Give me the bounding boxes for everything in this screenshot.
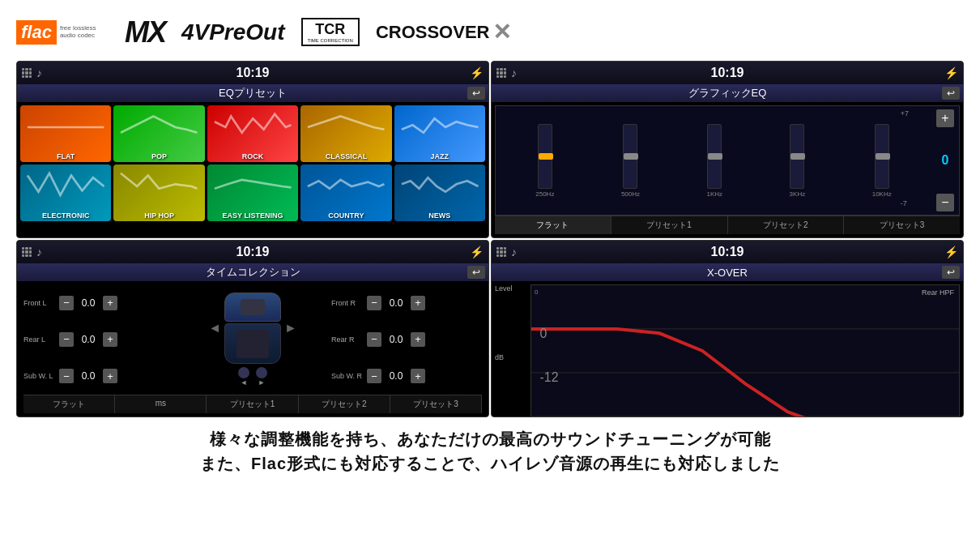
eq-slider-250hz: 250Hz: [535, 124, 554, 198]
preset-electronic-button[interactable]: ELECTRONIC: [20, 164, 111, 221]
tc-car-diagram: ◄ ►: [177, 284, 328, 395]
preset-rock-button[interactable]: ROCK: [207, 105, 298, 162]
eq-track-3k[interactable]: [790, 124, 804, 189]
tc-tab-ms[interactable]: ms: [115, 395, 207, 413]
tc-front-r-value: 0.0: [385, 297, 407, 309]
eq-plus-minus-controls: + 0 −: [931, 106, 959, 215]
eq-sliders-area: +7 -7 250Hz 500Hz: [496, 106, 931, 215]
tc-sub-r-icon: ►: [258, 378, 266, 387]
svg-text:0: 0: [540, 327, 548, 340]
tc-rear-l-minus[interactable]: −: [59, 332, 74, 347]
tcr-sub: TIME CORRECTION: [308, 38, 353, 43]
tc-rear-l-plus[interactable]: +: [103, 332, 117, 347]
tc-rear-r-minus[interactable]: −: [367, 332, 381, 347]
graphic-eq-time: 10:19: [711, 66, 744, 80]
preset-classical-label: CLASSICAL: [326, 152, 368, 160]
tc-rear-r-plus[interactable]: +: [411, 332, 425, 347]
grid-icon-4: [496, 247, 506, 257]
grid-icon-2: [496, 68, 506, 78]
crossover-label: CROSSOVER: [376, 22, 490, 43]
eq-tab-preset3[interactable]: プリセット3: [844, 216, 960, 234]
eq-tab-preset1[interactable]: プリセット1: [611, 216, 728, 234]
preset-classical-button[interactable]: CLASSICAL: [300, 105, 391, 162]
eq-db-max: +7: [901, 109, 909, 117]
graphic-eq-screen: ♪ 10:19 ⚡ グラフィックEQ ↩ +7 -7: [491, 61, 964, 238]
tcr-label: TCR: [315, 21, 345, 38]
tc-title-bar: タイムコレクション ↩: [17, 263, 488, 281]
tc-tab-preset3[interactable]: プリセット3: [390, 395, 482, 413]
eq-preset-title: EQプリセット: [219, 86, 287, 100]
preset-news-button[interactable]: NEWS: [394, 164, 485, 221]
xover-time: 10:19: [711, 245, 744, 259]
tc-front-r-plus[interactable]: +: [411, 296, 425, 310]
tc-subw-r-label: Sub W. R: [331, 372, 364, 380]
mx-logo: MX: [125, 15, 165, 49]
xover-0db: 0: [535, 288, 538, 296]
eq-track-10k[interactable]: [875, 124, 889, 189]
eq-db-labels: +7 -7: [901, 109, 909, 207]
graphic-eq-content: +7 -7 250Hz 500Hz: [492, 102, 963, 237]
xover-title: X-OVER: [707, 267, 748, 279]
tc-front-l-label: Front L: [23, 299, 56, 307]
crossover-x: ✕: [492, 19, 511, 45]
eq-tab-preset2[interactable]: プリセット2: [728, 216, 845, 234]
xover-header: ♪ 10:19 ⚡: [492, 241, 963, 263]
tc-tab-flat[interactable]: フラット: [23, 395, 115, 413]
tc-rear-l-value: 0.0: [77, 334, 100, 345]
tc-back-button[interactable]: ↩: [467, 266, 485, 279]
preset-jazz-button[interactable]: JAZZ: [394, 105, 485, 162]
eq-minus-button[interactable]: −: [936, 194, 954, 211]
eq-slider-500hz: 500Hz: [621, 124, 640, 198]
tc-front-r-label: Front R: [331, 299, 364, 307]
preset-easy-button[interactable]: EASY LISTENING: [207, 164, 298, 221]
preset-flat-button[interactable]: FLAT: [20, 105, 111, 162]
tc-rear-r-label: Rear R: [331, 335, 364, 344]
eq-display: +7 -7 250Hz 500Hz: [495, 105, 960, 216]
preset-hiphop-button[interactable]: HIP HOP: [113, 164, 204, 221]
eq-preset-back-button[interactable]: ↩: [467, 87, 485, 100]
tc-front-r-minus[interactable]: −: [367, 296, 381, 310]
tc-front-l-plus[interactable]: +: [103, 296, 117, 310]
tc-tab-preset2[interactable]: プリセット2: [299, 395, 390, 413]
xover-curve-svg: 0 -12: [531, 285, 959, 417]
jazz-waveform: [394, 105, 485, 149]
graphic-eq-header: ♪ 10:19 ⚡: [492, 62, 963, 84]
xover-screen: ♪ 10:19 ⚡ X-OVER ↩ Level dB 0 −: [491, 240, 964, 417]
svg-text:-12: -12: [540, 370, 559, 384]
flat-waveform: [20, 105, 111, 149]
tc-subw-r-plus[interactable]: +: [411, 369, 425, 383]
eq-plus-button[interactable]: +: [936, 109, 954, 127]
flac-logo: flac free lossless audio codec: [16, 20, 109, 45]
xover-back-button[interactable]: ↩: [942, 266, 960, 279]
eq-preset-time: 10:19: [236, 66, 270, 80]
tc-front-r-row: Front R − 0.0 +: [331, 296, 482, 310]
tc-subw-l-value: 0.0: [77, 370, 100, 382]
graphic-eq-back-button[interactable]: ↩: [942, 87, 960, 100]
eq-track-500[interactable]: [623, 124, 637, 189]
eq-thumb-1k[interactable]: [708, 153, 722, 160]
footer-line1: 様々な調整機能を持ち、あなただけの最高のサウンドチューニングが可能: [16, 427, 964, 451]
eq-track-1k[interactable]: [707, 124, 722, 189]
graphic-eq-title: グラフィックEQ: [688, 86, 767, 100]
tc-subw-l-minus[interactable]: −: [59, 369, 74, 383]
electronic-waveform: [20, 164, 111, 208]
tc-tab-preset1[interactable]: プリセット1: [207, 395, 298, 413]
eq-tab-flat[interactable]: フラット: [495, 216, 611, 234]
eq-thumb-10k[interactable]: [876, 153, 890, 160]
tc-front-l-minus[interactable]: −: [59, 296, 74, 310]
time-correction-screen: ♪ 10:19 ⚡ タイムコレクション ↩ Front L − 0.0 +: [16, 240, 489, 417]
xover-level-control: Level dB 0 −: [495, 284, 527, 417]
tc-rear-l-row: Rear L − 0.0 +: [23, 332, 174, 347]
tc-subw-r-minus[interactable]: −: [367, 369, 381, 383]
eq-track-250[interactable]: [538, 124, 552, 189]
eq-thumb-500[interactable]: [624, 153, 638, 160]
preset-pop-button[interactable]: POP: [113, 105, 204, 162]
speaker-left-icon: ◄: [208, 321, 221, 335]
eq-thumb-250[interactable]: [539, 153, 553, 160]
eq-freq-1k: 1KHz: [707, 190, 723, 198]
tc-subw-r-value: 0.0: [385, 370, 407, 382]
tc-subw-l-plus[interactable]: +: [103, 369, 117, 383]
eq-thumb-3k[interactable]: [790, 153, 805, 160]
eq-slider-3khz: 3KHz: [790, 124, 806, 198]
preset-country-button[interactable]: COUNTRY: [300, 164, 391, 221]
